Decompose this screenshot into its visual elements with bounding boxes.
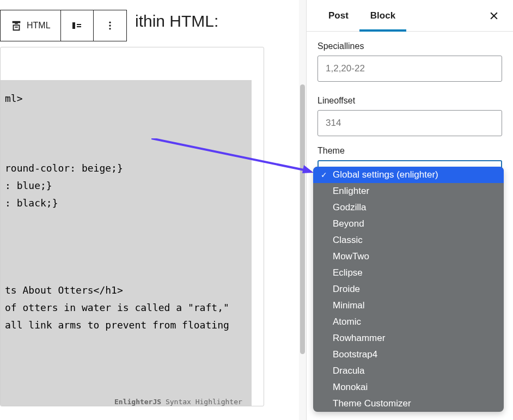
speciallines-label: Speciallines	[317, 41, 502, 51]
svg-rect-4	[77, 24, 81, 25]
theme-option[interactable]: Minimal	[313, 297, 504, 314]
more-options-button[interactable]	[94, 10, 126, 41]
svg-point-8	[109, 28, 111, 29]
svg-rect-0	[13, 21, 21, 23]
lineoffset-label: Lineoffset	[317, 96, 502, 106]
theme-dropdown-list: Global settings (enlighter)EnlighterGodz…	[313, 167, 504, 412]
theme-option[interactable]: Droide	[313, 281, 504, 297]
speciallines-input[interactable]	[317, 56, 502, 82]
post-heading-fragment: ithin HTML:	[135, 12, 218, 31]
close-sidebar-button[interactable]	[488, 10, 499, 21]
kebab-icon	[105, 20, 115, 31]
close-icon	[488, 10, 499, 21]
svg-rect-1	[15, 23, 18, 24]
code-block-container: ml> round-color: beige;} : blue;} : blac…	[0, 47, 264, 406]
theme-option[interactable]: Enlighter	[313, 183, 504, 199]
theme-option[interactable]: Godzilla	[313, 199, 504, 216]
html-block-button[interactable]: HTML	[1, 10, 61, 41]
editor-scrollbar-thumb[interactable]	[300, 84, 305, 354]
sidebar-tabs: Post Block	[307, 0, 513, 32]
html-icon	[10, 20, 22, 32]
theme-label: Theme	[317, 146, 502, 156]
theme-option[interactable]: Rowhammer	[313, 330, 504, 346]
theme-option[interactable]: Global settings (enlighter)	[313, 167, 504, 183]
svg-rect-5	[77, 26, 81, 27]
settings-sidebar: Post Block Speciallines Lineoffset Theme…	[306, 0, 513, 420]
svg-rect-2	[15, 27, 18, 28]
theme-option[interactable]: Eclipse	[313, 265, 504, 281]
tab-block[interactable]: Block	[359, 0, 406, 32]
theme-option[interactable]: Theme Customizer	[313, 395, 504, 412]
theme-option[interactable]: Bootstrap4	[313, 346, 504, 363]
theme-option[interactable]: Atomic	[313, 314, 504, 330]
theme-option[interactable]: Classic	[313, 232, 504, 248]
theme-option[interactable]: Dracula	[313, 363, 504, 379]
lineoffset-input[interactable]	[317, 110, 502, 136]
align-button[interactable]	[61, 10, 94, 41]
theme-option[interactable]: Beyond	[313, 216, 504, 232]
align-icon	[70, 19, 83, 32]
block-toolbar: HTML	[0, 10, 127, 41]
code-editor[interactable]: ml> round-color: beige;} : blue;} : blac…	[1, 80, 252, 406]
syntax-highlighter-label: EnlighterJS Syntax Highlighter	[114, 398, 242, 406]
svg-point-7	[109, 25, 111, 26]
html-block-label: HTML	[27, 21, 51, 31]
theme-option[interactable]: Monokai	[313, 379, 504, 395]
svg-rect-3	[72, 22, 75, 29]
tab-post[interactable]: Post	[317, 0, 359, 32]
theme-option[interactable]: MowTwo	[313, 248, 504, 265]
svg-point-6	[109, 22, 111, 23]
